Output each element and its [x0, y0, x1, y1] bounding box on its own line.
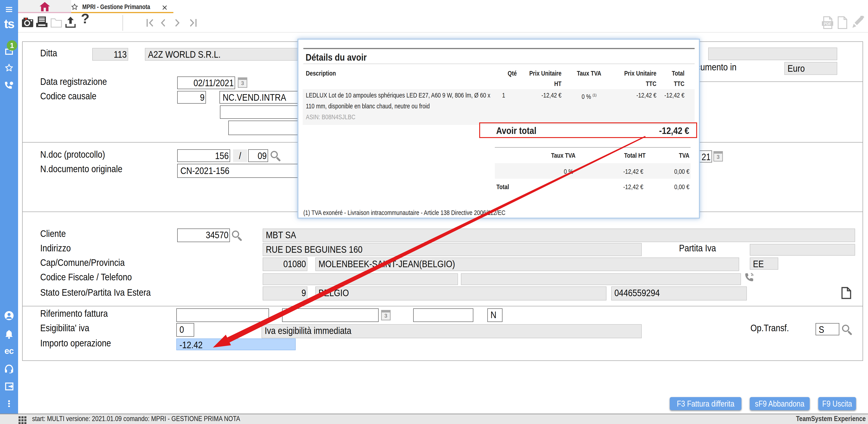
svg-text:PDF: PDF [824, 22, 831, 26]
